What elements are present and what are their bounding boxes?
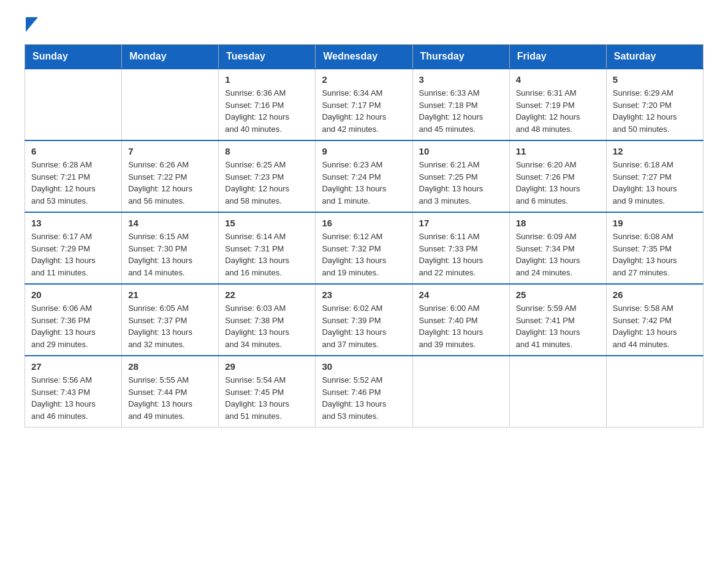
day-number: 28: [128, 361, 212, 372]
day-info: Sunrise: 6:26 AM Sunset: 7:22 PM Dayligh…: [128, 159, 212, 207]
calendar-cell: 9Sunrise: 6:23 AM Sunset: 7:24 PM Daylig…: [316, 140, 412, 212]
day-info: Sunrise: 6:17 AM Sunset: 7:29 PM Dayligh…: [31, 231, 115, 278]
day-info: Sunrise: 6:28 AM Sunset: 7:21 PM Dayligh…: [31, 159, 115, 207]
weekday-header-friday: Friday: [509, 45, 606, 69]
calendar-week-row: 20Sunrise: 6:06 AM Sunset: 7:36 PM Dayli…: [25, 284, 703, 356]
day-number: 27: [31, 361, 115, 372]
weekday-header-saturday: Saturday: [606, 45, 703, 69]
day-info: Sunrise: 6:12 AM Sunset: 7:32 PM Dayligh…: [322, 231, 406, 278]
calendar-cell: 18Sunrise: 6:09 AM Sunset: 7:34 PM Dayli…: [509, 212, 606, 284]
day-info: Sunrise: 6:06 AM Sunset: 7:36 PM Dayligh…: [31, 302, 115, 350]
calendar-cell: 5Sunrise: 6:29 AM Sunset: 7:20 PM Daylig…: [606, 69, 703, 140]
calendar-cell: 4Sunrise: 6:31 AM Sunset: 7:19 PM Daylig…: [509, 69, 606, 140]
calendar-week-row: 1Sunrise: 6:36 AM Sunset: 7:16 PM Daylig…: [25, 69, 703, 140]
day-number: 23: [322, 289, 406, 300]
calendar-cell: 3Sunrise: 6:33 AM Sunset: 7:18 PM Daylig…: [412, 69, 509, 140]
day-info: Sunrise: 6:08 AM Sunset: 7:35 PM Dayligh…: [613, 231, 697, 278]
calendar-cell: 22Sunrise: 6:03 AM Sunset: 7:38 PM Dayli…: [219, 284, 316, 356]
calendar-cell: 15Sunrise: 6:14 AM Sunset: 7:31 PM Dayli…: [219, 212, 316, 284]
day-number: 17: [419, 218, 503, 228]
day-number: 30: [322, 361, 406, 372]
day-number: 7: [128, 146, 212, 156]
day-number: 25: [516, 289, 600, 300]
calendar-cell: 2Sunrise: 6:34 AM Sunset: 7:17 PM Daylig…: [316, 69, 412, 140]
calendar-cell: 7Sunrise: 6:26 AM Sunset: 7:22 PM Daylig…: [122, 140, 219, 212]
day-info: Sunrise: 6:15 AM Sunset: 7:30 PM Dayligh…: [128, 231, 212, 278]
day-info: Sunrise: 5:54 AM Sunset: 7:45 PM Dayligh…: [225, 374, 309, 422]
calendar-cell: 20Sunrise: 6:06 AM Sunset: 7:36 PM Dayli…: [25, 284, 122, 356]
day-number: 19: [613, 218, 697, 228]
calendar-cell: 13Sunrise: 6:17 AM Sunset: 7:29 PM Dayli…: [25, 212, 122, 284]
day-number: 12: [613, 146, 697, 156]
day-number: 15: [225, 218, 309, 228]
calendar-cell: 17Sunrise: 6:11 AM Sunset: 7:33 PM Dayli…: [412, 212, 509, 284]
calendar-cell: 16Sunrise: 6:12 AM Sunset: 7:32 PM Dayli…: [316, 212, 412, 284]
day-info: Sunrise: 6:05 AM Sunset: 7:37 PM Dayligh…: [128, 302, 212, 350]
calendar-cell: [412, 356, 509, 427]
day-info: Sunrise: 6:23 AM Sunset: 7:24 PM Dayligh…: [322, 159, 406, 207]
calendar-table: SundayMondayTuesdayWednesdayThursdayFrid…: [25, 44, 703, 427]
day-number: 4: [516, 74, 600, 85]
day-info: Sunrise: 6:31 AM Sunset: 7:19 PM Dayligh…: [516, 87, 600, 135]
calendar-cell: 27Sunrise: 5:56 AM Sunset: 7:43 PM Dayli…: [25, 356, 122, 427]
calendar-cell: 14Sunrise: 6:15 AM Sunset: 7:30 PM Dayli…: [122, 212, 219, 284]
weekday-header-row: SundayMondayTuesdayWednesdayThursdayFrid…: [25, 45, 703, 69]
day-number: 1: [225, 74, 309, 85]
day-number: 20: [31, 289, 115, 300]
day-info: Sunrise: 6:25 AM Sunset: 7:23 PM Dayligh…: [225, 159, 309, 207]
calendar-body: 1Sunrise: 6:36 AM Sunset: 7:16 PM Daylig…: [25, 69, 703, 427]
day-info: Sunrise: 5:55 AM Sunset: 7:44 PM Dayligh…: [128, 374, 212, 422]
page-header: [25, 18, 703, 32]
svg-marker-0: [26, 17, 38, 32]
day-number: 9: [322, 146, 406, 156]
calendar-cell: 19Sunrise: 6:08 AM Sunset: 7:35 PM Dayli…: [606, 212, 703, 284]
calendar-cell: 26Sunrise: 5:58 AM Sunset: 7:42 PM Dayli…: [606, 284, 703, 356]
day-number: 14: [128, 218, 212, 228]
day-info: Sunrise: 6:00 AM Sunset: 7:40 PM Dayligh…: [419, 302, 503, 350]
day-info: Sunrise: 6:09 AM Sunset: 7:34 PM Dayligh…: [516, 231, 600, 278]
day-info: Sunrise: 6:36 AM Sunset: 7:16 PM Dayligh…: [225, 87, 309, 135]
day-number: 2: [322, 74, 406, 85]
day-info: Sunrise: 6:34 AM Sunset: 7:17 PM Dayligh…: [322, 87, 406, 135]
weekday-header-sunday: Sunday: [25, 45, 122, 69]
calendar-cell: 10Sunrise: 6:21 AM Sunset: 7:25 PM Dayli…: [412, 140, 509, 212]
calendar-cell: 1Sunrise: 6:36 AM Sunset: 7:16 PM Daylig…: [219, 69, 316, 140]
day-number: 24: [419, 289, 503, 300]
day-number: 16: [322, 218, 406, 228]
calendar-cell: 30Sunrise: 5:52 AM Sunset: 7:46 PM Dayli…: [316, 356, 412, 427]
calendar-cell: [25, 69, 122, 140]
weekday-header-tuesday: Tuesday: [219, 45, 316, 69]
logo: [25, 18, 38, 32]
day-info: Sunrise: 6:11 AM Sunset: 7:33 PM Dayligh…: [419, 231, 503, 278]
calendar-cell: 11Sunrise: 6:20 AM Sunset: 7:26 PM Dayli…: [509, 140, 606, 212]
day-number: 6: [31, 146, 115, 156]
day-info: Sunrise: 6:03 AM Sunset: 7:38 PM Dayligh…: [225, 302, 309, 350]
day-number: 13: [31, 218, 115, 228]
calendar-cell: 12Sunrise: 6:18 AM Sunset: 7:27 PM Dayli…: [606, 140, 703, 212]
day-number: 8: [225, 146, 309, 156]
calendar-cell: 24Sunrise: 6:00 AM Sunset: 7:40 PM Dayli…: [412, 284, 509, 356]
weekday-header-thursday: Thursday: [412, 45, 509, 69]
day-number: 11: [516, 146, 600, 156]
calendar-cell: [509, 356, 606, 427]
calendar-cell: [606, 356, 703, 427]
day-number: 18: [516, 218, 600, 228]
day-number: 29: [225, 361, 309, 372]
calendar-cell: 21Sunrise: 6:05 AM Sunset: 7:37 PM Dayli…: [122, 284, 219, 356]
day-info: Sunrise: 6:33 AM Sunset: 7:18 PM Dayligh…: [419, 87, 503, 135]
day-info: Sunrise: 6:14 AM Sunset: 7:31 PM Dayligh…: [225, 231, 309, 278]
day-number: 26: [613, 289, 697, 300]
day-number: 3: [419, 74, 503, 85]
day-info: Sunrise: 5:58 AM Sunset: 7:42 PM Dayligh…: [613, 302, 697, 350]
calendar-cell: 23Sunrise: 6:02 AM Sunset: 7:39 PM Dayli…: [316, 284, 412, 356]
calendar-week-row: 6Sunrise: 6:28 AM Sunset: 7:21 PM Daylig…: [25, 140, 703, 212]
day-info: Sunrise: 6:20 AM Sunset: 7:26 PM Dayligh…: [516, 159, 600, 207]
calendar-cell: 6Sunrise: 6:28 AM Sunset: 7:21 PM Daylig…: [25, 140, 122, 212]
day-info: Sunrise: 6:02 AM Sunset: 7:39 PM Dayligh…: [322, 302, 406, 350]
calendar-cell: 28Sunrise: 5:55 AM Sunset: 7:44 PM Dayli…: [122, 356, 219, 427]
day-info: Sunrise: 5:52 AM Sunset: 7:46 PM Dayligh…: [322, 374, 406, 422]
day-info: Sunrise: 5:59 AM Sunset: 7:41 PM Dayligh…: [516, 302, 600, 350]
calendar-cell: [122, 69, 219, 140]
day-number: 5: [613, 74, 697, 85]
logo-triangle-icon: [26, 17, 38, 32]
